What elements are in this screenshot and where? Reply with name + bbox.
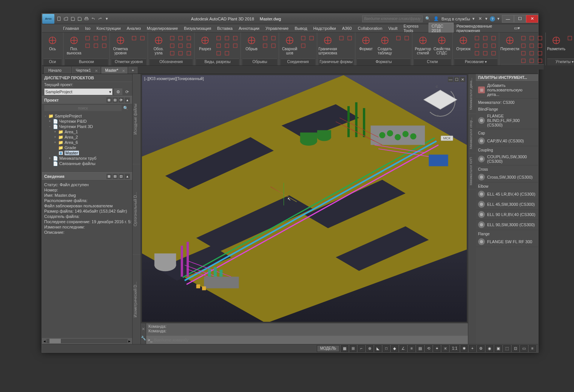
ribbon-small-tool[interactable] [92,42,100,49]
close-button[interactable]: ✕ [526,15,538,23]
annoscale-icon[interactable]: ✱ [461,345,468,352]
ribbon-small-tool[interactable] [223,42,231,49]
palette-item[interactable]: FLANGE SW FL RF 300 [476,237,538,247]
filter-icon[interactable]: ⊟ [113,97,118,103]
ribbon-tab[interactable]: Конструкции [94,25,124,32]
maximize-button[interactable]: ☐ [514,15,526,23]
ribbon-tool-button[interactable]: Разрез [196,33,214,51]
ribbon-tool-button[interactable]: Перенести [501,33,519,51]
ribbon-tab[interactable]: Collaboration [355,25,385,32]
ribbon-tab[interactable]: A360 [339,25,355,32]
qat-redo-icon[interactable] [97,16,103,22]
ribbon-small-tool[interactable] [536,42,544,49]
ribbon-panel-label[interactable]: Утилиты ▾ [547,59,574,65]
polar-icon[interactable]: ⊕ [366,345,373,352]
document-tab[interactable]: Начало [44,67,71,74]
lineweight-icon[interactable]: ≡ [408,345,415,352]
ribbon-small-tool[interactable] [84,42,91,49]
ribbon-small-tool[interactable] [528,57,535,64]
ribbon-small-tool[interactable] [520,42,527,49]
annovisibility-icon[interactable]: + [469,345,476,352]
view-mode-tab[interactable]: Ортогональный D... [133,164,140,254]
close-tab-icon[interactable]: ✕ [95,69,98,73]
details-section-header[interactable]: Сведения ⊞⊟⊡▴ [42,172,132,181]
ribbon-tab[interactable]: Вывод [292,25,310,32]
ribbon-panel-label[interactable]: Оси [43,59,62,65]
cycling-icon[interactable]: ⟲ [425,345,432,352]
ribbon-panel-label[interactable]: Соединения [281,59,315,65]
view-icon[interactable]: ⊞ [106,97,112,103]
ribbon-small-tool[interactable] [185,50,193,57]
ortho-icon[interactable]: ⌐ [358,345,365,352]
ribbon-small-tool[interactable] [215,42,222,49]
tree-item[interactable]: -📄Чертежи Plant 3D [43,124,131,129]
ribbon-small-tool[interactable] [215,50,222,57]
ribbon-small-tool[interactable] [270,35,277,42]
grid-icon[interactable]: ▦ [341,345,348,352]
tree-item[interactable]: -📁SampleProject [43,113,131,119]
ribbon-tab[interactable]: Надстройки [310,25,339,32]
palette-item[interactable]: ELL 45 LR,BV,40 (CS300) [476,189,538,199]
signin-link[interactable]: Вход в службы [441,17,470,21]
ribbon-small-tool[interactable] [231,42,239,49]
ribbon-panel-label[interactable]: Выноски [65,59,108,65]
ribbon-small-tool[interactable] [185,35,193,42]
ribbon-small-tool[interactable] [473,50,481,57]
ribbon-small-tool[interactable] [130,35,138,42]
ribbon-small-tool[interactable] [490,35,497,42]
qat-dropdown-icon[interactable]: ▾ [104,16,110,22]
ribbon-small-tool[interactable] [520,50,527,57]
ribbon-small-tool[interactable] [261,42,269,49]
ribbon-tool-button[interactable]: СвойстваСПДС [433,33,451,55]
ribbon-tab[interactable]: Главная [60,25,82,32]
qat-save-icon[interactable] [70,16,76,22]
tree-item[interactable]: +📁Area_2 [43,134,131,140]
hardware-icon[interactable]: ⬚ [503,345,511,352]
close-tab-icon[interactable]: ✕ [122,69,125,73]
project-section-header[interactable]: Проект ⊞⊟⟳▴ [42,96,132,104]
user-icon[interactable]: 👤 [433,16,439,22]
search-icon[interactable]: 🔍 [425,16,431,22]
ribbon-panel-label[interactable]: Форматы [357,59,410,65]
ribbon-small-tool[interactable] [270,42,277,49]
ribbon-small-tool[interactable] [168,35,176,42]
ribbon-tool-button[interactable]: Формат [357,33,375,51]
ribbon-tab[interactable]: Рекомендованные приложения [454,23,511,34]
new-tab-button[interactable]: + [128,67,137,74]
ribbon-small-tool[interactable] [100,42,108,49]
ribbon-small-tool[interactable] [338,35,345,42]
qat-print-icon[interactable] [83,16,89,22]
ribbon-tool-button[interactable]: Обрыв [242,33,261,51]
units-icon[interactable]: ▣ [495,345,502,352]
tree-item[interactable]: 📁Grade [43,145,131,150]
workspace-icon[interactable]: ⚙ [477,345,485,352]
tree-item[interactable]: 📄Связанные файлы [43,161,131,166]
palette-category-tab[interactable]: Миникаталог КИП [468,153,476,190]
ribbon-tab[interactable]: Vault [385,25,400,32]
wcs-badge[interactable]: МСК [441,136,453,141]
snap-icon[interactable]: ⊞ [350,345,356,352]
palette-item[interactable]: ELL 90 LR,BV,40 (CS300) [476,210,538,220]
ribbon-tab[interactable]: Аннотации [236,25,262,32]
ribbon-small-tool[interactable] [168,50,176,57]
ribbon-panel-label[interactable]: Виды, разрезы [196,59,239,65]
ribbon-small-tool[interactable] [481,35,489,42]
exchange-icon[interactable]: ✕ [477,16,483,22]
collapse-icon[interactable]: ▴ [125,97,130,103]
ribbon-small-tool[interactable] [100,35,108,42]
ribbon-small-tool[interactable] [536,57,544,64]
ribbon-small-tool[interactable] [528,35,535,42]
ribbon-small-tool[interactable] [231,35,239,42]
ribbon-small-tool[interactable] [536,50,544,57]
ribbon-small-tool[interactable] [528,42,535,49]
ribbon-small-tool[interactable] [490,50,497,57]
ribbon-small-tool[interactable] [536,35,544,42]
cleanscreen-icon[interactable]: ▭ [520,345,528,352]
minimize-button[interactable]: — [502,15,514,23]
refresh-icon[interactable]: ⟳ [119,97,124,103]
tree-item[interactable]: +📁Area_1 [43,129,131,134]
palette-category-tab[interactable]: Миникаталог опор... [468,114,476,153]
ribbon-small-tool[interactable] [215,35,222,42]
ribbon-tab[interactable]: Моделирование [144,25,181,32]
help-search-input[interactable] [362,15,423,22]
